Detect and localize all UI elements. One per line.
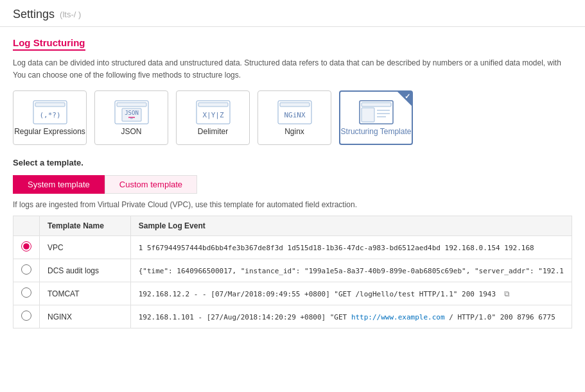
col-header-name: Template Name bbox=[40, 216, 131, 236]
svg-rect-17 bbox=[362, 108, 374, 122]
sample-log-nginx: 192.168.1.101 - [27/Aug/2018:14:20:29 +0… bbox=[139, 313, 555, 321]
section-description: Log data can be divided into structured … bbox=[13, 57, 572, 81]
method-card-json[interactable]: JSON ✏ JSON bbox=[94, 90, 168, 145]
method-card-structuring[interactable]: Structuring Template bbox=[339, 90, 413, 145]
method-label-json: JSON bbox=[121, 127, 141, 136]
delimiter-icon: X|Y|Z bbox=[196, 100, 231, 124]
svg-rect-16 bbox=[362, 103, 391, 107]
svg-rect-13 bbox=[280, 103, 310, 107]
radio-dcs[interactable] bbox=[21, 264, 31, 275]
row-name-vpc: VPC bbox=[40, 236, 131, 259]
row-sample-vpc: 1 5f67944957444bd6bb4fe3b367de8f3d 1d515… bbox=[130, 236, 572, 259]
table-header: Template Name Sample Log Event bbox=[13, 216, 572, 236]
table-row: NGINX 192.168.1.101 - [27/Aug/2018:14:20… bbox=[13, 305, 572, 328]
row-sample-dcs: {"time": 1640966500017, "instance_id": "… bbox=[130, 259, 572, 282]
vpc-hint: If logs are ingested from Virtual Privat… bbox=[13, 200, 572, 209]
table-row: VPC 1 5f67944957444bd6bb4fe3b367de8f3d 1… bbox=[13, 236, 572, 259]
row-select-tomcat[interactable] bbox=[13, 282, 40, 305]
template-table: Template Name Sample Log Event VPC 1 5f6… bbox=[13, 216, 572, 328]
main-section: Log Structuring Log data can be divided … bbox=[0, 27, 585, 339]
method-label-nginx: Nginx bbox=[284, 127, 304, 136]
method-label-structuring: Structuring Template bbox=[341, 127, 412, 136]
method-label-regex: Regular Expressions bbox=[14, 127, 85, 136]
table-row: DCS audit logs {"time": 1640966500017, "… bbox=[13, 259, 572, 282]
sample-log-dcs: {"time": 1640966500017, "instance_id": "… bbox=[139, 267, 564, 275]
table-row: TOMCAT 192.168.12.2 - - [07/Mar/2018:09:… bbox=[13, 282, 572, 305]
method-card-delimiter[interactable]: X|Y|Z Delimiter bbox=[176, 90, 250, 145]
copy-icon[interactable]: ⧉ bbox=[504, 290, 510, 298]
method-label-delimiter: Delimiter bbox=[198, 127, 228, 136]
section-title: Log Structuring bbox=[13, 37, 85, 51]
page-header: Settings (lts-/ ) bbox=[0, 0, 585, 27]
radio-tomcat[interactable] bbox=[21, 287, 31, 298]
page-subtitle: (lts-/ ) bbox=[60, 10, 81, 19]
svg-text:(,*?): (,*?) bbox=[39, 111, 60, 119]
row-name-dcs: DCS audit logs bbox=[40, 259, 131, 282]
sample-log-vpc: 1 5f67944957444bd6bb4fe3b367de8f3d 1d515… bbox=[139, 244, 534, 252]
regex-icon: (,*?) bbox=[33, 100, 67, 124]
col-header-sample: Sample Log Event bbox=[130, 216, 572, 236]
template-tabs: System template Custom template bbox=[13, 175, 572, 194]
nginx-icon: NGiNX bbox=[277, 100, 312, 124]
svg-rect-1 bbox=[35, 103, 65, 107]
svg-rect-10 bbox=[198, 103, 228, 107]
row-select-dcs[interactable] bbox=[13, 259, 40, 282]
svg-text:X|Y|Z: X|Y|Z bbox=[202, 111, 223, 119]
select-template-label: Select a template. bbox=[13, 158, 572, 167]
method-cards-container: (,*?) Regular Expressions JSON ✏ JSON X|… bbox=[13, 90, 572, 145]
structuring-icon bbox=[359, 100, 394, 124]
row-select-vpc[interactable] bbox=[13, 236, 40, 259]
svg-rect-4 bbox=[117, 103, 146, 107]
nginx-link: http://www.example.com bbox=[351, 313, 445, 321]
row-sample-tomcat: 192.168.12.2 - - [07/Mar/2018:09:49:55 +… bbox=[130, 282, 572, 305]
page-title: Settings bbox=[13, 8, 55, 21]
radio-vpc[interactable] bbox=[21, 241, 31, 251]
row-select-nginx[interactable] bbox=[13, 305, 40, 328]
method-card-nginx[interactable]: NGiNX Nginx bbox=[258, 90, 331, 145]
tab-custom-template[interactable]: Custom template bbox=[105, 175, 197, 194]
tab-system-template[interactable]: System template bbox=[13, 175, 105, 194]
row-name-tomcat: TOMCAT bbox=[40, 282, 131, 305]
table-body: VPC 1 5f67944957444bd6bb4fe3b367de8f3d 1… bbox=[13, 236, 572, 328]
row-sample-nginx: 192.168.1.101 - [27/Aug/2018:14:20:29 +0… bbox=[130, 305, 572, 328]
col-header-select bbox=[13, 216, 40, 236]
radio-nginx[interactable] bbox=[21, 311, 31, 321]
json-icon: JSON ✏ bbox=[114, 100, 149, 124]
method-card-regex[interactable]: (,*?) Regular Expressions bbox=[13, 90, 87, 145]
sample-log-tomcat: 192.168.12.2 - - [07/Mar/2018:09:49:55 +… bbox=[139, 290, 510, 298]
svg-text:NGiNX: NGiNX bbox=[284, 111, 305, 119]
row-name-nginx: NGINX bbox=[40, 305, 131, 328]
